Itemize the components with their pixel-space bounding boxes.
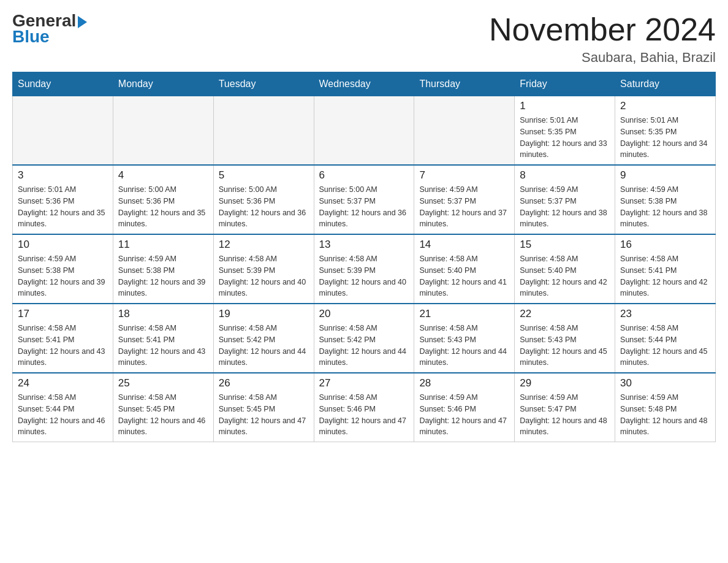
- day-number: 22: [520, 308, 610, 320]
- calendar-cell: 2Sunrise: 5:01 AMSunset: 5:35 PMDaylight…: [615, 96, 716, 166]
- calendar-cell: 12Sunrise: 4:58 AMSunset: 5:39 PMDayligh…: [213, 234, 314, 304]
- day-number: 14: [419, 239, 509, 251]
- day-info: Sunrise: 4:58 AMSunset: 5:42 PMDaylight:…: [219, 323, 309, 369]
- day-info: Sunrise: 4:59 AMSunset: 5:46 PMDaylight:…: [419, 392, 509, 438]
- calendar-cell: 23Sunrise: 4:58 AMSunset: 5:44 PMDayligh…: [615, 304, 716, 373]
- day-number: 18: [118, 308, 208, 320]
- day-number: 15: [520, 239, 610, 251]
- day-info: Sunrise: 4:58 AMSunset: 5:45 PMDaylight:…: [219, 392, 309, 438]
- calendar-cell: 7Sunrise: 4:59 AMSunset: 5:37 PMDaylight…: [414, 165, 515, 234]
- day-info: Sunrise: 5:01 AMSunset: 5:36 PMDaylight:…: [18, 184, 108, 230]
- column-header-thursday: Thursday: [414, 72, 515, 96]
- day-info: Sunrise: 4:58 AMSunset: 5:44 PMDaylight:…: [620, 323, 710, 369]
- calendar-cell: 15Sunrise: 4:58 AMSunset: 5:40 PMDayligh…: [515, 234, 615, 304]
- calendar-cell: 28Sunrise: 4:59 AMSunset: 5:46 PMDayligh…: [414, 373, 515, 442]
- calendar-cell: 24Sunrise: 4:58 AMSunset: 5:44 PMDayligh…: [13, 373, 113, 442]
- day-number: 6: [319, 169, 409, 182]
- day-info: Sunrise: 4:58 AMSunset: 5:40 PMDaylight:…: [520, 253, 610, 299]
- day-number: 3: [18, 169, 108, 182]
- calendar-cell: [13, 96, 113, 166]
- calendar-cell: 1Sunrise: 5:01 AMSunset: 5:35 PMDaylight…: [515, 96, 615, 166]
- day-info: Sunrise: 5:00 AMSunset: 5:37 PMDaylight:…: [319, 184, 409, 230]
- day-info: Sunrise: 4:58 AMSunset: 5:42 PMDaylight:…: [319, 323, 409, 369]
- calendar-table: SundayMondayTuesdayWednesdayThursdayFrid…: [12, 72, 716, 442]
- day-number: 25: [118, 377, 208, 389]
- day-number: 9: [620, 169, 710, 182]
- location: Saubara, Bahia, Brazil: [489, 50, 716, 66]
- calendar-cell: [314, 96, 414, 166]
- calendar-cell: 26Sunrise: 4:58 AMSunset: 5:45 PMDayligh…: [213, 373, 314, 442]
- calendar-cell: 25Sunrise: 4:58 AMSunset: 5:45 PMDayligh…: [113, 373, 213, 442]
- day-info: Sunrise: 4:58 AMSunset: 5:44 PMDaylight:…: [18, 392, 108, 438]
- column-header-monday: Monday: [113, 72, 213, 96]
- calendar-cell: 14Sunrise: 4:58 AMSunset: 5:40 PMDayligh…: [414, 234, 515, 304]
- day-number: 10: [18, 239, 108, 251]
- calendar-week-row: 17Sunrise: 4:58 AMSunset: 5:41 PMDayligh…: [13, 304, 716, 373]
- day-info: Sunrise: 4:58 AMSunset: 5:45 PMDaylight:…: [118, 392, 208, 438]
- calendar-cell: 4Sunrise: 5:00 AMSunset: 5:36 PMDaylight…: [113, 165, 213, 234]
- day-info: Sunrise: 4:59 AMSunset: 5:47 PMDaylight:…: [520, 392, 610, 438]
- day-number: 17: [18, 308, 108, 320]
- calendar-cell: 16Sunrise: 4:58 AMSunset: 5:41 PMDayligh…: [615, 234, 716, 304]
- column-header-sunday: Sunday: [13, 72, 113, 96]
- day-info: Sunrise: 5:00 AMSunset: 5:36 PMDaylight:…: [219, 184, 309, 230]
- day-info: Sunrise: 5:01 AMSunset: 5:35 PMDaylight:…: [520, 115, 610, 161]
- page-header: General Blue November 2024 Saubara, Bahi…: [12, 12, 716, 66]
- day-number: 4: [118, 169, 208, 182]
- day-number: 13: [319, 239, 409, 251]
- day-info: Sunrise: 4:59 AMSunset: 5:38 PMDaylight:…: [620, 184, 710, 230]
- calendar-cell: 22Sunrise: 4:58 AMSunset: 5:43 PMDayligh…: [515, 304, 615, 373]
- month-title: November 2024: [489, 12, 716, 47]
- calendar-cell: [113, 96, 213, 166]
- day-number: 23: [620, 308, 710, 320]
- column-header-wednesday: Wednesday: [314, 72, 414, 96]
- calendar-cell: 5Sunrise: 5:00 AMSunset: 5:36 PMDaylight…: [213, 165, 314, 234]
- day-number: 20: [319, 308, 409, 320]
- day-info: Sunrise: 4:59 AMSunset: 5:37 PMDaylight:…: [520, 184, 610, 230]
- day-info: Sunrise: 4:58 AMSunset: 5:39 PMDaylight:…: [319, 253, 409, 299]
- logo-bottom: Blue: [12, 27, 50, 47]
- day-number: 19: [219, 308, 309, 320]
- column-header-tuesday: Tuesday: [213, 72, 314, 96]
- calendar-cell: 8Sunrise: 4:59 AMSunset: 5:37 PMDaylight…: [515, 165, 615, 234]
- day-number: 1: [520, 100, 610, 112]
- calendar-header-row: SundayMondayTuesdayWednesdayThursdayFrid…: [13, 72, 716, 96]
- calendar-cell: 13Sunrise: 4:58 AMSunset: 5:39 PMDayligh…: [314, 234, 414, 304]
- day-number: 29: [520, 377, 610, 389]
- calendar-cell: 30Sunrise: 4:59 AMSunset: 5:48 PMDayligh…: [615, 373, 716, 442]
- day-number: 21: [419, 308, 509, 320]
- column-header-friday: Friday: [515, 72, 615, 96]
- day-number: 26: [219, 377, 309, 389]
- calendar-week-row: 24Sunrise: 4:58 AMSunset: 5:44 PMDayligh…: [13, 373, 716, 442]
- calendar-cell: 21Sunrise: 4:58 AMSunset: 5:43 PMDayligh…: [414, 304, 515, 373]
- calendar-cell: 10Sunrise: 4:59 AMSunset: 5:38 PMDayligh…: [13, 234, 113, 304]
- day-number: 2: [620, 100, 710, 112]
- calendar-cell: 3Sunrise: 5:01 AMSunset: 5:36 PMDaylight…: [13, 165, 113, 234]
- title-area: November 2024 Saubara, Bahia, Brazil: [489, 12, 716, 66]
- day-info: Sunrise: 4:58 AMSunset: 5:41 PMDaylight:…: [118, 323, 208, 369]
- column-header-saturday: Saturday: [615, 72, 716, 96]
- day-number: 5: [219, 169, 309, 182]
- day-info: Sunrise: 4:58 AMSunset: 5:43 PMDaylight:…: [419, 323, 509, 369]
- day-info: Sunrise: 4:59 AMSunset: 5:48 PMDaylight:…: [620, 392, 710, 438]
- calendar-cell: [213, 96, 314, 166]
- calendar-cell: 29Sunrise: 4:59 AMSunset: 5:47 PMDayligh…: [515, 373, 615, 442]
- calendar-cell: 6Sunrise: 5:00 AMSunset: 5:37 PMDaylight…: [314, 165, 414, 234]
- day-number: 12: [219, 239, 309, 251]
- day-number: 16: [620, 239, 710, 251]
- calendar-cell: 20Sunrise: 4:58 AMSunset: 5:42 PMDayligh…: [314, 304, 414, 373]
- day-info: Sunrise: 4:58 AMSunset: 5:40 PMDaylight:…: [419, 253, 509, 299]
- day-number: 11: [118, 239, 208, 251]
- calendar-cell: 17Sunrise: 4:58 AMSunset: 5:41 PMDayligh…: [13, 304, 113, 373]
- calendar-week-row: 10Sunrise: 4:59 AMSunset: 5:38 PMDayligh…: [13, 234, 716, 304]
- day-info: Sunrise: 4:58 AMSunset: 5:46 PMDaylight:…: [319, 392, 409, 438]
- day-number: 27: [319, 377, 409, 389]
- day-info: Sunrise: 5:00 AMSunset: 5:36 PMDaylight:…: [118, 184, 208, 230]
- day-info: Sunrise: 4:59 AMSunset: 5:38 PMDaylight:…: [18, 253, 108, 299]
- calendar-cell: [414, 96, 515, 166]
- day-info: Sunrise: 5:01 AMSunset: 5:35 PMDaylight:…: [620, 115, 710, 161]
- calendar-cell: 19Sunrise: 4:58 AMSunset: 5:42 PMDayligh…: [213, 304, 314, 373]
- calendar-week-row: 1Sunrise: 5:01 AMSunset: 5:35 PMDaylight…: [13, 96, 716, 166]
- calendar-cell: 27Sunrise: 4:58 AMSunset: 5:46 PMDayligh…: [314, 373, 414, 442]
- day-number: 30: [620, 377, 710, 389]
